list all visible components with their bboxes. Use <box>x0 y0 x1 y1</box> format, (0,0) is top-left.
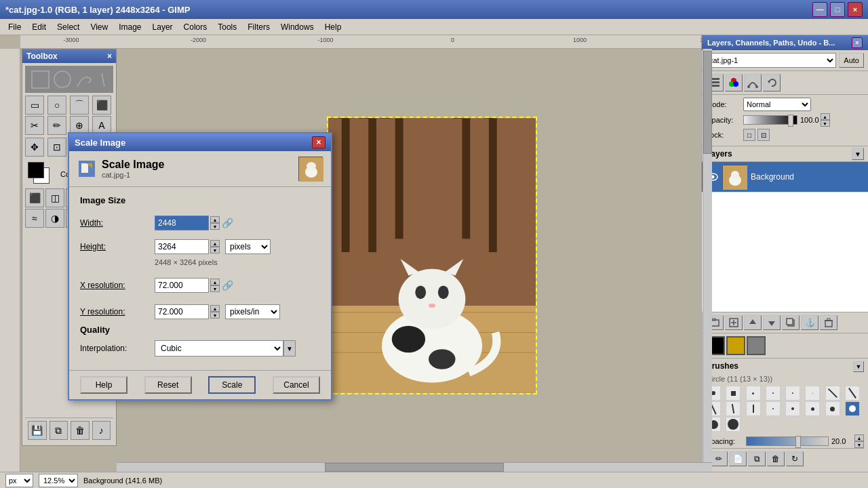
undo-tab-icon[interactable] <box>763 74 781 92</box>
brush-cell[interactable] <box>726 417 741 432</box>
brush-cell[interactable] <box>825 401 840 416</box>
layer-combo[interactable]: cat.jpg-1 <box>706 53 836 68</box>
brush-cell[interactable] <box>785 386 800 401</box>
maximize-button[interactable]: □ <box>830 2 845 17</box>
lower-layer-btn[interactable] <box>763 315 781 330</box>
toolbox-close[interactable]: × <box>107 52 112 61</box>
tool-lasso[interactable]: ⌒ <box>70 96 89 115</box>
menu-tools[interactable]: Tools <box>212 21 242 33</box>
raise-layer-btn[interactable] <box>744 315 762 330</box>
scale-button[interactable]: Scale <box>208 376 256 394</box>
paths-tab-icon[interactable] <box>744 74 762 92</box>
tool-bucket[interactable]: ⬛ <box>25 188 44 207</box>
edit-brush-btn[interactable]: ✏ <box>710 451 728 466</box>
toolbox-script-icon[interactable]: ♪ <box>92 421 111 440</box>
lock-pixels-icon[interactable]: □ <box>743 129 755 141</box>
interpolation-arrow[interactable]: ▼ <box>283 340 296 357</box>
wh-link-icon[interactable]: 🔗 <box>221 211 233 235</box>
anchor-layer-btn[interactable]: ⚓ <box>801 315 818 330</box>
zoom-dropdown[interactable]: 12.5% 25% 50% 100% <box>39 474 78 487</box>
tool-crop[interactable]: ⊡ <box>47 138 66 157</box>
brushes-panel-options[interactable]: ▼ <box>853 361 864 372</box>
menu-view[interactable]: View <box>85 21 113 33</box>
tool-ellipse-select[interactable]: ○ <box>47 96 66 115</box>
menu-edit[interactable]: Edit <box>26 21 52 33</box>
delete-layer-btn[interactable] <box>820 315 837 330</box>
interpolation-select[interactable]: None Linear Cubic Sinc (Lanczos3) NoHalo… <box>155 340 283 357</box>
menu-windows[interactable]: Windows <box>275 21 319 33</box>
res-link-icon[interactable]: 🔗 <box>221 270 233 300</box>
layers-panel-options[interactable]: ▼ <box>852 148 864 160</box>
new-brush-btn[interactable]: 📄 <box>729 451 747 466</box>
width-up[interactable]: ▲ <box>210 216 220 223</box>
width-input[interactable] <box>155 216 209 230</box>
width-down[interactable]: ▼ <box>210 223 220 230</box>
y-resolution-input[interactable] <box>155 304 209 319</box>
tool-pencil[interactable]: ✏ <box>47 116 66 135</box>
brush-cell[interactable] <box>845 386 860 401</box>
foreground-color-box[interactable] <box>28 162 44 178</box>
tool-move[interactable]: ✥ <box>25 138 44 157</box>
channels-tab-icon[interactable] <box>725 74 743 92</box>
x-res-spinner[interactable]: ▲ ▼ <box>210 279 220 292</box>
minimize-button[interactable]: — <box>812 2 827 17</box>
brush-cell[interactable] <box>825 386 840 401</box>
y-res-down[interactable]: ▼ <box>210 312 220 319</box>
brush-cell[interactable] <box>766 386 781 401</box>
menu-image[interactable]: Image <box>113 21 146 33</box>
help-button[interactable]: Help <box>80 376 127 394</box>
width-label[interactable]: Width: <box>80 218 155 228</box>
unit-dropdown[interactable]: px in mm <box>5 474 33 487</box>
vertical-scrollbar[interactable] <box>703 49 712 462</box>
toolbox-delete-icon[interactable]: 🗑 <box>71 421 90 440</box>
mode-select[interactable]: Normal Multiply Screen <box>743 98 811 111</box>
menu-filters[interactable]: Filters <box>242 21 275 33</box>
brush-cell[interactable] <box>805 401 820 416</box>
opacity-up[interactable]: ▲ <box>821 113 830 120</box>
menu-file[interactable]: File <box>3 21 26 33</box>
brush-cell[interactable] <box>785 401 800 416</box>
scale-dialog-close-button[interactable]: × <box>312 136 326 148</box>
cancel-button[interactable]: Cancel <box>273 376 320 394</box>
res-units-dropdown[interactable]: pixels/in pixels/mm <box>225 304 280 319</box>
x-res-up[interactable]: ▲ <box>210 279 220 285</box>
brush-cell[interactable] <box>805 386 820 401</box>
height-label[interactable]: Height: <box>80 242 155 251</box>
brush-cell[interactable] <box>726 401 741 416</box>
spacing-down[interactable]: ▼ <box>854 441 864 448</box>
right-panel-close[interactable]: × <box>852 37 863 48</box>
height-spinner[interactable]: ▲ ▼ <box>210 240 220 253</box>
height-input[interactable] <box>155 239 209 254</box>
x-res-down[interactable]: ▼ <box>210 285 220 292</box>
refresh-brushes-btn[interactable]: ↻ <box>786 451 804 466</box>
lock-alpha-icon[interactable]: ⊡ <box>757 129 770 141</box>
duplicate-brush-btn[interactable]: ⧉ <box>748 451 766 466</box>
auto-button[interactable]: Auto <box>839 53 864 68</box>
tool-scissors[interactable]: ✂ <box>25 116 44 135</box>
opacity-spinner[interactable]: ▲ ▼ <box>821 113 830 127</box>
tool-rect-select[interactable]: ▭ <box>25 96 44 115</box>
toolbox-save-icon[interactable]: 💾 <box>28 421 47 440</box>
spacing-slider[interactable] <box>746 436 829 446</box>
opacity-down[interactable]: ▼ <box>821 120 830 127</box>
menu-select[interactable]: Select <box>52 21 85 33</box>
reset-button[interactable]: Reset <box>144 376 192 394</box>
layer-background[interactable]: Background <box>702 162 868 192</box>
spacing-spinner[interactable]: ▲ ▼ <box>854 434 864 448</box>
swatch-gray[interactable] <box>747 336 766 355</box>
close-button[interactable]: × <box>848 2 863 17</box>
menu-colors[interactable]: Colors <box>178 21 213 33</box>
tool-smudge[interactable]: ≈ <box>25 209 44 228</box>
duplicate-layer-btn[interactable] <box>782 315 800 330</box>
brush-cell-selected[interactable] <box>845 401 860 416</box>
brush-cell[interactable] <box>726 386 741 401</box>
brush-cell[interactable] <box>766 401 781 416</box>
brush-cell[interactable] <box>746 386 761 401</box>
y-res-up[interactable]: ▲ <box>210 305 220 312</box>
horizontal-scrollbar[interactable] <box>117 462 712 472</box>
swatch-yellow[interactable] <box>726 336 745 355</box>
units-dropdown[interactable]: pixels inches mm percent <box>225 239 271 254</box>
opacity-slider[interactable] <box>743 115 797 125</box>
spacing-up[interactable]: ▲ <box>854 434 864 441</box>
height-up[interactable]: ▲ <box>210 240 220 247</box>
